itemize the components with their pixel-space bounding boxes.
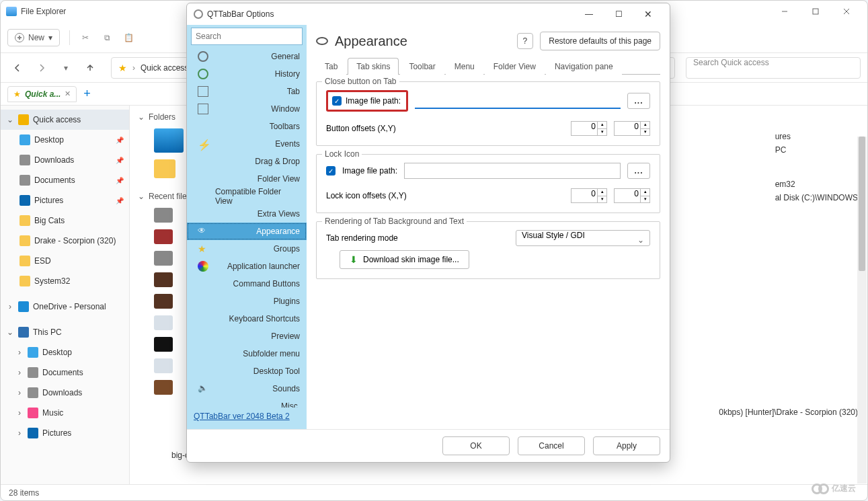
file-thumb[interactable] bbox=[154, 358, 173, 373]
cat-dragdrop[interactable]: Drag & Drop bbox=[187, 153, 307, 170]
highlighted-option: ✓ Image file path: bbox=[326, 90, 408, 112]
cat-events[interactable]: ⚡Events bbox=[187, 135, 307, 153]
category-list: General History Tab Window Toolbars ⚡Eve… bbox=[187, 48, 307, 408]
cat-sounds[interactable]: 🔈Sounds bbox=[187, 380, 307, 397]
cat-history[interactable]: History bbox=[187, 65, 307, 83]
copy-icon[interactable]: ⧉ bbox=[101, 32, 113, 44]
nav-pictures[interactable]: Pictures📌 bbox=[1, 190, 129, 210]
maximize-button[interactable] bbox=[800, 2, 831, 21]
tab-menu[interactable]: Menu bbox=[446, 58, 483, 75]
cat-extra-views[interactable]: Extra Views bbox=[187, 205, 307, 223]
file-thumb[interactable] bbox=[154, 294, 173, 309]
cat-general[interactable]: General bbox=[187, 48, 307, 65]
cat-subfolder-menu[interactable]: Subfolder menu bbox=[187, 345, 307, 362]
nav-pc-pictures[interactable]: ›Pictures bbox=[1, 423, 129, 443]
tab-toolbar[interactable]: Toolbar bbox=[400, 58, 444, 75]
file-thumb[interactable] bbox=[154, 315, 173, 330]
nav-quick-access[interactable]: ⌄Quick access bbox=[1, 110, 129, 130]
restore-defaults-button[interactable]: Restore defaults of this page bbox=[540, 32, 660, 50]
cat-preview[interactable]: Preview bbox=[187, 327, 307, 345]
lock-browse-button[interactable]: ... bbox=[627, 163, 650, 179]
dialog-minimize-button[interactable]: — bbox=[574, 5, 604, 24]
render-mode-select[interactable]: Visual Style / GDI ⌄ bbox=[516, 230, 650, 246]
tab-navigation-pane[interactable]: Navigation pane bbox=[546, 58, 622, 75]
breadcrumb[interactable]: Quick access bbox=[141, 63, 188, 73]
tab-quick-access[interactable]: ★ Quick a... ✕ bbox=[7, 86, 77, 102]
cat-toolbars[interactable]: Toolbars bbox=[187, 118, 307, 135]
dialog-maximize-button[interactable]: ☐ bbox=[604, 5, 633, 24]
file-thumb[interactable] bbox=[154, 272, 173, 287]
file-thumb[interactable] bbox=[154, 380, 173, 395]
nav-esd[interactable]: ESD bbox=[1, 251, 129, 271]
lock-offset-y-input[interactable]: 0▴▾ bbox=[614, 188, 650, 203]
nav-system32[interactable]: System32 bbox=[1, 271, 129, 291]
back-button[interactable] bbox=[7, 58, 28, 78]
close-button[interactable] bbox=[831, 2, 862, 21]
cat-keyboard-shortcuts[interactable]: Keyboard Shortcuts bbox=[187, 310, 307, 327]
folder-thumb[interactable] bbox=[154, 128, 184, 153]
tab-close-icon[interactable]: ✕ bbox=[65, 89, 71, 98]
tab-folder-view[interactable]: Folder View bbox=[485, 58, 545, 75]
offset-y-input[interactable]: 0▴▾ bbox=[614, 121, 650, 136]
star-icon: ★ bbox=[118, 63, 127, 73]
nav-pc-desktop[interactable]: ›Desktop bbox=[1, 342, 129, 362]
file-thumb[interactable] bbox=[154, 251, 173, 266]
lock-image-path-input[interactable] bbox=[404, 163, 621, 179]
offset-x-input[interactable]: 0▴▾ bbox=[571, 121, 607, 136]
cat-window[interactable]: Window bbox=[187, 100, 307, 118]
file-thumb[interactable] bbox=[154, 208, 173, 223]
cancel-button[interactable]: Cancel bbox=[518, 436, 585, 455]
file-thumb[interactable] bbox=[154, 337, 173, 352]
cat-tab[interactable]: Tab bbox=[187, 83, 307, 100]
version-link[interactable]: QTTabBar ver 2048 Beta 2 bbox=[187, 408, 307, 425]
cat-command-buttons[interactable]: Command Buttons bbox=[187, 275, 307, 293]
folder-icon bbox=[6, 7, 17, 16]
tab-tab-skins[interactable]: Tab skins bbox=[348, 58, 399, 75]
cat-misc[interactable]: Misc. bbox=[187, 397, 307, 408]
nav-pc-downloads[interactable]: ›Downloads bbox=[1, 383, 129, 403]
nav-bigcats[interactable]: Big Cats bbox=[1, 210, 129, 231]
ok-button[interactable]: OK bbox=[442, 436, 510, 455]
file-thumb[interactable] bbox=[154, 229, 173, 244]
scroll-thumb[interactable] bbox=[859, 137, 865, 271]
image-path-checkbox[interactable]: ✓ bbox=[332, 96, 342, 106]
nav-pc-music[interactable]: ›Music bbox=[1, 403, 129, 423]
add-tab-button[interactable]: + bbox=[79, 87, 95, 101]
recent-dropdown[interactable]: ▾ bbox=[56, 58, 76, 78]
lock-image-path-checkbox[interactable]: ✓ bbox=[326, 166, 336, 176]
download-skin-button[interactable]: ⬇ Download skin image file... bbox=[340, 250, 469, 269]
cat-app-launcher[interactable]: Application launcher bbox=[187, 258, 307, 275]
image-path-input[interactable] bbox=[415, 93, 621, 109]
cat-compat-folderview[interactable]: Compatible Folder View bbox=[187, 188, 307, 205]
browse-button[interactable]: ... bbox=[627, 93, 650, 109]
scrollbar[interactable] bbox=[857, 137, 867, 484]
folder-thumb[interactable] bbox=[154, 159, 175, 178]
cat-plugins[interactable]: Plugins bbox=[187, 293, 307, 310]
nav-pc-documents[interactable]: ›Documents bbox=[1, 362, 129, 383]
tab-tab[interactable]: Tab bbox=[316, 58, 346, 75]
forward-button[interactable] bbox=[32, 58, 52, 78]
cut-icon[interactable]: ✂ bbox=[79, 32, 91, 44]
minimize-button[interactable] bbox=[769, 2, 800, 21]
nav-desktop[interactable]: Desktop📌 bbox=[1, 130, 129, 150]
lock-offset-x-input[interactable]: 0▴▾ bbox=[571, 188, 607, 203]
nav-drake[interactable]: Drake - Scorpion (320) bbox=[1, 231, 129, 251]
offsets-label: Button offsets (X,Y) bbox=[326, 124, 564, 133]
cat-folderview[interactable]: Folder View bbox=[187, 170, 307, 188]
cat-appearance[interactable]: 👁Appearance bbox=[187, 223, 307, 240]
nav-documents[interactable]: Documents📌 bbox=[1, 170, 129, 190]
dialog-main: Appearance ? Restore defaults of this pa… bbox=[307, 25, 670, 429]
nav-thispc[interactable]: ⌄This PC bbox=[1, 322, 129, 342]
new-button[interactable]: New ▾ bbox=[7, 29, 60, 46]
nav-downloads[interactable]: Downloads📌 bbox=[1, 150, 129, 170]
up-button[interactable] bbox=[80, 58, 100, 78]
paste-icon[interactable]: 📋 bbox=[122, 32, 134, 44]
nav-onedrive[interactable]: ›OneDrive - Personal bbox=[1, 297, 129, 317]
dialog-close-button[interactable]: ✕ bbox=[633, 5, 663, 24]
sidebar-search-input[interactable] bbox=[191, 28, 303, 45]
search-input[interactable]: Search Quick access bbox=[686, 57, 861, 79]
help-button[interactable]: ? bbox=[517, 33, 534, 49]
apply-button[interactable]: Apply bbox=[593, 436, 660, 455]
cat-desktop-tool[interactable]: Desktop Tool bbox=[187, 362, 307, 380]
cat-groups[interactable]: ★Groups bbox=[187, 240, 307, 258]
